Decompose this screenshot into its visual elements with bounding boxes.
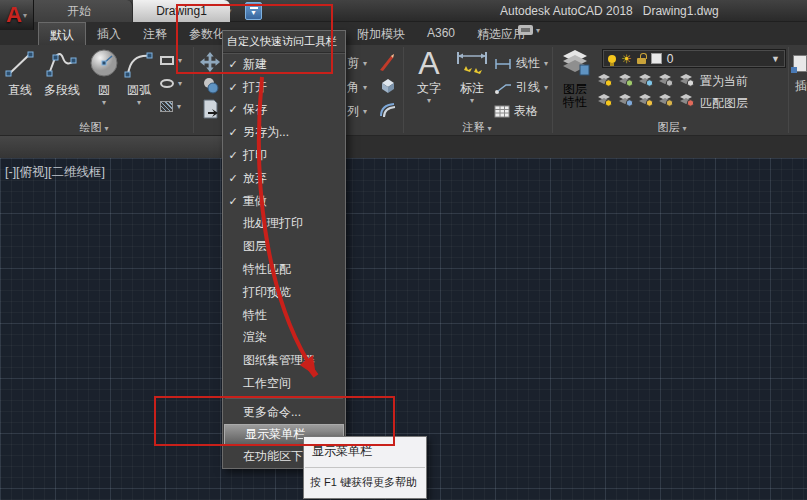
layer-on-bulb-icon: [608, 55, 616, 63]
menu-item[interactable]: ✓打开: [223, 76, 345, 99]
linear-dimension-button[interactable]: 线性 ▾: [494, 55, 548, 72]
offset-icon: [378, 100, 398, 120]
layer-stack-icon: [637, 92, 653, 107]
menu-item-label: 另存为...: [243, 124, 289, 141]
stretch-icon: [201, 98, 221, 120]
check-icon: ✓: [223, 103, 243, 116]
match-layer-button[interactable]: 匹配图层: [700, 95, 748, 112]
check-icon: ✓: [223, 126, 243, 139]
menu-item[interactable]: ✓重做: [223, 190, 345, 213]
chevron-down-icon: ▾: [408, 97, 450, 105]
layer-tool-button[interactable]: [596, 72, 612, 91]
layer-tool-button[interactable]: [596, 92, 612, 111]
offset-button[interactable]: [378, 100, 398, 124]
insert-block-icon: [793, 55, 807, 72]
ribbon-tab-附加模块[interactable]: 附加模块: [346, 22, 416, 45]
table-button[interactable]: 表格: [494, 103, 538, 120]
layer-tool-button[interactable]: [678, 92, 694, 111]
dimension-button[interactable]: 标注 ▾: [452, 48, 492, 105]
customize-qat-button[interactable]: ▼: [245, 2, 262, 20]
ribbon-tab-注释[interactable]: 注释: [132, 22, 178, 45]
menu-item[interactable]: 图层: [223, 235, 345, 258]
hatch-tool-button[interactable]: ▾: [160, 97, 181, 115]
draw-panel-label[interactable]: 绘图▾: [66, 120, 122, 135]
menu-item[interactable]: 特性: [223, 304, 345, 327]
arc-button[interactable]: 圆弧 ▾: [120, 48, 158, 107]
menu-item[interactable]: ✓保存: [223, 99, 345, 122]
menu-item-label: 打印预览: [243, 284, 291, 301]
menu-item[interactable]: 更多命令...: [223, 401, 345, 424]
menu-item[interactable]: ✓另存为...: [223, 121, 345, 144]
menu-item-label: 特性: [243, 307, 267, 324]
layer-tool-button[interactable]: [637, 92, 653, 111]
menu-item[interactable]: ✓新建: [223, 53, 345, 76]
chevron-down-icon: ▾: [682, 124, 686, 133]
layers-icon: [560, 48, 590, 76]
annotate-panel-label[interactable]: 注释▾: [447, 120, 507, 135]
polyline-button[interactable]: 多段线: [40, 48, 84, 99]
chevron-down-icon: ▾: [104, 124, 108, 133]
menu-item[interactable]: ✓打印: [223, 144, 345, 167]
copy-button[interactable]: [201, 76, 221, 100]
media-tab-button[interactable]: ▾: [518, 25, 540, 35]
layer-stack-icon: [596, 92, 612, 107]
menu-item[interactable]: 图纸集管理器: [223, 349, 345, 372]
text-button[interactable]: A 文字 ▾: [408, 48, 450, 105]
menu-item-label: 图层: [243, 238, 267, 255]
app-menu-button[interactable]: A ▾: [0, 0, 34, 30]
menu-item[interactable]: 渲染: [223, 327, 345, 350]
autocad-logo-icon: A: [6, 4, 22, 26]
menu-item[interactable]: 打印预览: [223, 281, 345, 304]
menu-item-label: 放弃: [243, 170, 267, 187]
menu-item[interactable]: 特性匹配: [223, 258, 345, 281]
layers-panel-label[interactable]: 图层▾: [642, 120, 702, 135]
tooltip: 显示菜单栏 按 F1 键获得更多帮助: [303, 436, 427, 499]
explode-button[interactable]: [378, 76, 398, 100]
array-button[interactable]: 列 ▾: [347, 103, 367, 120]
hatch-icon: [160, 101, 173, 112]
insert-block-label[interactable]: 插: [795, 78, 807, 95]
ribbon-tab-插入[interactable]: 插入: [86, 22, 132, 45]
tab-start[interactable]: 开始: [26, 0, 133, 22]
layer-tool-button[interactable]: [657, 92, 673, 111]
match-properties-button[interactable]: [378, 52, 398, 76]
menu-item[interactable]: ✓放弃: [223, 167, 345, 190]
move-button[interactable]: [199, 51, 221, 77]
menu-item-label: 保存: [243, 101, 267, 118]
layer-select-dropdown[interactable]: ☀ 0 ▼: [602, 49, 786, 68]
viewport-controls-label[interactable]: [-][俯视][二维线框]: [5, 164, 105, 181]
stretch-button[interactable]: [201, 98, 221, 124]
menu-item-label: 新建: [243, 56, 267, 73]
line-button[interactable]: 直线: [0, 48, 40, 99]
ellipse-tool-button[interactable]: ▾: [160, 74, 182, 92]
ribbon-tab-默认[interactable]: 默认: [38, 22, 86, 45]
leader-button[interactable]: 引线 ▾: [494, 79, 548, 96]
layer-tool-button[interactable]: [617, 92, 633, 111]
layer-tool-button[interactable]: [637, 72, 653, 91]
polyline-icon: [45, 48, 79, 80]
chevron-down-icon: ▼: [771, 54, 780, 64]
panel-divider: [788, 47, 789, 133]
trim-button[interactable]: 剪 ▾: [347, 55, 367, 72]
layer-stack-icon: [678, 72, 694, 87]
dimension-icon: [454, 48, 490, 78]
fillet-button[interactable]: 角 ▾: [347, 79, 367, 96]
set-current-layer-button[interactable]: 置为当前: [700, 73, 748, 90]
panel-label-text: 注释: [462, 121, 484, 133]
tab-drawing1[interactable]: Drawing1: [133, 0, 230, 22]
menu-item[interactable]: 批处理打印: [223, 213, 345, 236]
check-icon: ✓: [223, 172, 243, 185]
layer-stack-icon: [637, 72, 653, 87]
cube-icon: [378, 76, 398, 96]
rectangle-tool-button[interactable]: ▾: [160, 51, 182, 69]
layer-tool-button[interactable]: [678, 72, 694, 91]
ribbon-tab-A360[interactable]: A360: [416, 22, 466, 45]
layer-tool-button[interactable]: [657, 72, 673, 91]
chevron-down-icon: ▾: [487, 124, 491, 133]
tooltip-title: 显示菜单栏: [304, 437, 426, 467]
circle-button[interactable]: 圆 ▾: [86, 48, 122, 107]
layer-tool-button[interactable]: [617, 72, 633, 91]
layer-unlock-icon: [637, 58, 646, 64]
layer-properties-button[interactable]: 图层 特性: [556, 48, 594, 109]
menu-item[interactable]: 工作空间: [223, 372, 345, 395]
